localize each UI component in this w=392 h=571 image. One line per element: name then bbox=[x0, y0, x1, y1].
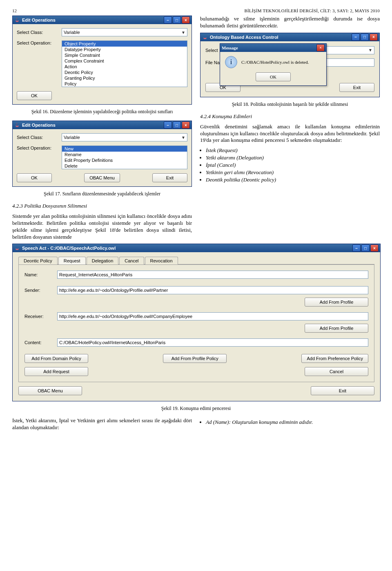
titlebar: Edit Operations – □ × bbox=[13, 121, 192, 129]
add-from-profile-button-1[interactable]: Add From Profile bbox=[305, 298, 368, 307]
figure-19-caption: Şekil 19. Konuşma edimi penceresi bbox=[12, 405, 380, 412]
section-424-paragraph: Güvenlik denetimini sağlamak amacı ile k… bbox=[200, 123, 380, 144]
close-button[interactable]: × bbox=[316, 44, 325, 52]
name-field[interactable]: Request_InternetAccess_HiltonParis bbox=[57, 271, 368, 279]
field-value: http://efe.ege.edu.tr/~odo/Ontology/Prof… bbox=[59, 314, 192, 319]
titlebar: Message × bbox=[220, 44, 326, 52]
add-from-domain-policy-button[interactable]: Add From Domain Policy bbox=[24, 354, 88, 363]
bullet-text: Oluşturulan konuşma ediminin adıdır. bbox=[231, 419, 313, 425]
tab-revocation[interactable]: Revocation bbox=[145, 257, 178, 264]
java-cup-icon bbox=[14, 245, 20, 251]
chevron-down-icon: ▼ bbox=[368, 48, 372, 52]
minimize-button[interactable]: – bbox=[352, 34, 360, 41]
close-button[interactable]: × bbox=[370, 244, 379, 252]
list-item[interactable]: Action bbox=[62, 64, 187, 69]
message-text: C:/OBAC/HotelPolicy.owl is deleted. bbox=[241, 60, 309, 65]
content-field[interactable]: C:/OBAC/HotelPolicy.owl#InternetAccess_H… bbox=[57, 338, 368, 347]
close-button[interactable]: × bbox=[370, 34, 378, 41]
add-request-button[interactable]: Add Request bbox=[24, 367, 88, 376]
section-423-heading: 4.2.3 Politika Dosyasının Silinmesi bbox=[12, 203, 192, 210]
list-item[interactable]: Edit Property Definitions bbox=[62, 157, 187, 163]
list-item[interactable]: Simple Constraint bbox=[62, 52, 187, 58]
list-item[interactable]: Granting Policy bbox=[62, 75, 187, 81]
minimize-button[interactable]: – bbox=[164, 121, 172, 129]
select-class-label: Select Class: bbox=[17, 30, 62, 35]
field-value: Request_InternetAccess_HiltonParis bbox=[59, 272, 132, 277]
content-label: Content: bbox=[24, 340, 57, 345]
list-item[interactable]: Object Property bbox=[62, 41, 187, 47]
edit-operations-window-2: Edit Operations – □ × Select Class: Vari… bbox=[12, 121, 192, 187]
sender-label: Sender: bbox=[24, 288, 57, 293]
ok-button[interactable]: OK bbox=[17, 91, 52, 100]
message-dialog: Message × i C:/OBAC/HotelPolicy.owl is d… bbox=[220, 43, 327, 86]
add-from-profile-policy-button[interactable]: Add From Profile Policy bbox=[163, 354, 227, 363]
close-button[interactable]: × bbox=[182, 121, 190, 129]
speech-act-window: Speech Act - C:/OBAC/SpeechActPolicy.owl… bbox=[12, 244, 381, 401]
tab-deontic-policy[interactable]: Deontic Policy bbox=[18, 257, 58, 264]
cancel-button[interactable]: Cancel bbox=[305, 367, 368, 376]
list-item: İstek (Request) bbox=[206, 147, 380, 154]
figure-17-caption: Şekil 17. Sınıfların düzenlenmesinde yap… bbox=[12, 191, 192, 197]
add-from-profile-button-2[interactable]: Add From Profile bbox=[305, 324, 368, 333]
list-item[interactable]: Delete bbox=[62, 163, 187, 169]
window-title: Edit Operations bbox=[22, 18, 164, 22]
java-cup-icon bbox=[14, 17, 20, 23]
message-ok-button[interactable]: OK bbox=[256, 72, 291, 81]
select-class-combo[interactable]: Variable ▼ bbox=[62, 28, 187, 36]
exit-button[interactable]: Exit bbox=[339, 83, 374, 92]
tab-cancel[interactable]: Cancel bbox=[119, 257, 144, 264]
page-number: 12 bbox=[12, 8, 17, 13]
section-424-heading: 4.2.4 Konuşma Edimleri bbox=[200, 113, 380, 120]
maximize-button[interactable]: □ bbox=[361, 244, 370, 252]
maximize-button[interactable]: □ bbox=[173, 121, 181, 129]
journal-title: BİLİŞİM TEKNOLOJİLERİ DERGİSİ, CİLT: 3, … bbox=[244, 8, 380, 13]
tab-delegation[interactable]: Delegation bbox=[87, 257, 119, 264]
receiver-label: Receiver: bbox=[24, 314, 57, 319]
list-item: Ad (Name): Oluşturulan konuşma ediminin … bbox=[206, 419, 380, 425]
obac-menu-button[interactable]: OBAC Menu bbox=[84, 173, 120, 182]
tab-strip: Deontic Policy Request Delegation Cancel… bbox=[18, 256, 374, 264]
list-item[interactable]: Datatype Property bbox=[62, 47, 187, 52]
figure-18-caption: Şekil 18. Politika ontolojisinin başarıl… bbox=[200, 101, 380, 107]
titlebar: Edit Operations – □ × bbox=[13, 16, 192, 24]
exit-button[interactable]: Exit bbox=[152, 173, 187, 182]
figure-16-caption: Şekil 16. Düzenleme işleminin yapılabile… bbox=[12, 109, 192, 115]
select-operation-label: Select Operation: bbox=[17, 40, 62, 45]
minimize-button[interactable]: – bbox=[164, 16, 172, 24]
tab-request[interactable]: Request bbox=[58, 257, 86, 264]
list-item[interactable]: Policy bbox=[62, 81, 187, 87]
section-423-paragraph: Sistemde yer alan politika ontolojisinin… bbox=[12, 213, 192, 241]
speech-act-bullets: İstek (Request) Yetki aktarımı (Delegati… bbox=[206, 147, 380, 183]
window-title: Ontology Based Access Control bbox=[210, 35, 352, 40]
close-button[interactable]: × bbox=[182, 16, 190, 24]
dialog-title: Message bbox=[222, 45, 316, 50]
exit-button[interactable]: Exit bbox=[311, 386, 374, 395]
minimize-button[interactable]: – bbox=[352, 244, 361, 252]
maximize-button[interactable]: □ bbox=[173, 16, 181, 24]
list-item: Deontik politika (Deontic policy) bbox=[206, 177, 380, 183]
intro-right-paragraph: bulunamadığı ve silme işleminin gerçekle… bbox=[200, 16, 380, 29]
ok-button[interactable]: OK bbox=[17, 173, 52, 182]
java-cup-icon bbox=[14, 122, 20, 128]
operation-listbox[interactable]: New Rename Edit Property Definitions Del… bbox=[62, 146, 187, 169]
select-class-label: Select Class: bbox=[17, 135, 62, 140]
window-title: Speech Act - C:/OBAC/SpeechActPolicy.owl bbox=[22, 246, 352, 251]
select-class-combo[interactable]: Variable ▼ bbox=[62, 133, 187, 141]
list-item[interactable]: Deontic Policy bbox=[62, 69, 187, 75]
edit-operations-window-1: Edit Operations – □ × Select Class: Vari… bbox=[12, 16, 192, 105]
titlebar: Ontology Based Access Control – □ × bbox=[200, 33, 379, 41]
receiver-field[interactable]: http://efe.ege.edu.tr/~odo/Ontology/Prof… bbox=[57, 312, 368, 320]
list-item[interactable]: New bbox=[62, 146, 187, 152]
list-item[interactable]: Complex Constraint bbox=[62, 58, 187, 64]
combo-value: Variable bbox=[64, 135, 80, 140]
add-from-preference-policy-button[interactable]: Add From Preference Policy bbox=[301, 354, 368, 363]
maximize-button[interactable]: □ bbox=[361, 34, 369, 41]
operation-listbox[interactable]: Object Property Datatype Property Simple… bbox=[62, 40, 187, 87]
combo-value: Variable bbox=[64, 30, 80, 35]
list-item[interactable]: Rename bbox=[62, 152, 187, 157]
list-item: Yetki aktarımı (Delegation) bbox=[206, 155, 380, 161]
list-item: Yetkinin geri alımı (Revocation) bbox=[206, 169, 380, 176]
info-icon: i bbox=[225, 56, 237, 68]
sender-field[interactable]: http://efe.ege.edu.tr/~odo/Ontology/Prof… bbox=[57, 286, 368, 294]
obac-menu-button[interactable]: OBAC Menu bbox=[18, 386, 82, 395]
